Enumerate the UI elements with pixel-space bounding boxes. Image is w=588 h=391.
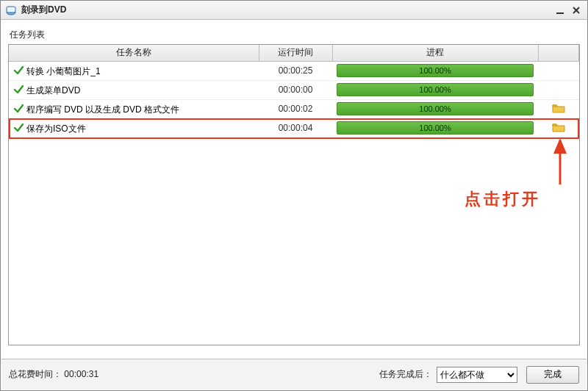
titlebar: 刻录到DVD <box>1 1 587 20</box>
app-icon <box>5 4 17 16</box>
open-folder-icon[interactable] <box>552 103 565 113</box>
col-header-name[interactable]: 任务名称 <box>9 45 259 61</box>
annotation-arrow <box>538 133 575 192</box>
total-time-value: 00:00:31 <box>64 369 98 379</box>
task-name: 程序编写 DVD 以及生成 DVD 格式文件 <box>26 104 179 115</box>
col-header-time[interactable]: 运行时间 <box>259 45 332 61</box>
check-icon <box>13 65 24 76</box>
table-row[interactable]: 保存为ISO文件00:00:04100.00% <box>9 118 579 137</box>
total-time-label: 总花费时间： <box>9 369 62 379</box>
task-time: 00:00:04 <box>259 118 332 137</box>
progress-bar: 100.00% <box>337 121 534 134</box>
after-complete-label: 任务完成后： <box>379 368 432 381</box>
task-name: 生成菜单DVD <box>26 85 80 96</box>
footer: 总花费时间： 00:00:31 任务完成后： 什么都不做 完成 <box>1 359 587 390</box>
progress-bar: 100.00% <box>337 102 534 115</box>
task-table: 任务名称 运行时间 进程 转换 小葡萄图片_100:00:25100.00%生成… <box>9 45 579 138</box>
table-row[interactable]: 程序编写 DVD 以及生成 DVD 格式文件00:00:02100.00% <box>9 99 579 118</box>
close-button[interactable] <box>570 4 583 16</box>
task-time: 00:00:00 <box>259 80 332 99</box>
task-table-container: 任务名称 运行时间 进程 转换 小葡萄图片_100:00:25100.00%生成… <box>8 44 580 345</box>
col-header-progress[interactable]: 进程 <box>332 45 538 61</box>
after-complete-select[interactable]: 什么都不做 <box>437 367 517 383</box>
task-time: 00:00:25 <box>259 61 332 80</box>
table-row[interactable]: 生成菜单DVD00:00:00100.00% <box>9 80 579 99</box>
annotation-text: 点击打开 <box>465 188 541 210</box>
progress-bar: 100.00% <box>337 64 534 77</box>
table-row[interactable]: 转换 小葡萄图片_100:00:25100.00% <box>9 61 579 80</box>
check-icon <box>13 85 24 95</box>
check-icon <box>13 104 24 114</box>
task-time: 00:00:02 <box>259 99 332 118</box>
col-header-actions <box>538 45 579 61</box>
progress-bar: 100.00% <box>337 83 534 96</box>
svg-rect-1 <box>7 7 15 12</box>
minimize-button[interactable] <box>553 4 567 16</box>
task-name: 保存为ISO文件 <box>26 123 86 134</box>
open-folder-icon[interactable] <box>552 122 565 132</box>
task-list-label: 任务列表 <box>8 26 580 44</box>
done-button[interactable]: 完成 <box>526 366 579 384</box>
check-icon <box>13 123 24 133</box>
window-title: 刻录到DVD <box>21 4 66 16</box>
task-name: 转换 小葡萄图片_1 <box>26 66 101 76</box>
